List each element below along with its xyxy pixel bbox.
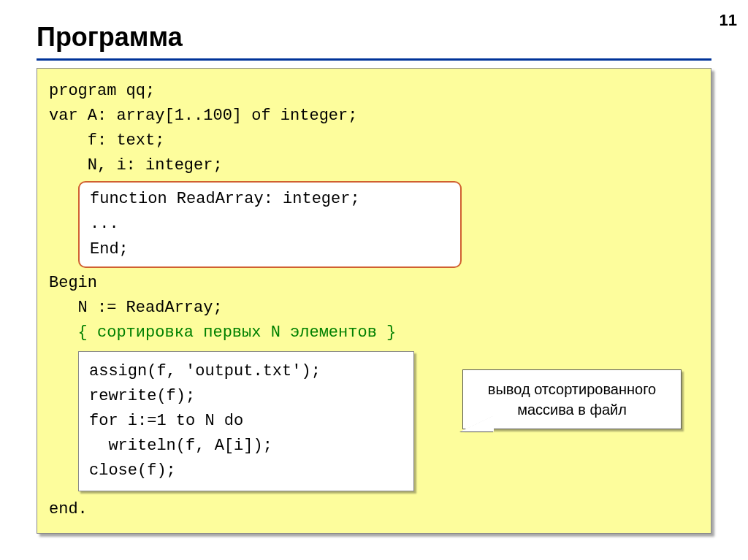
code-line: writeln(f, A[i]); bbox=[89, 434, 403, 459]
code-line: function ReadArray: integer; bbox=[90, 187, 450, 212]
output-code-box: assign(f, 'output.txt'); rewrite(f); for… bbox=[78, 351, 414, 491]
code-line: assign(f, 'output.txt'); bbox=[89, 359, 403, 384]
code-line: for i:=1 to N do bbox=[89, 409, 403, 434]
code-line: N, i: integer; bbox=[49, 153, 699, 178]
code-line: f: text; bbox=[49, 129, 699, 153]
code-line: Begin bbox=[49, 271, 699, 296]
code-line: program qq; bbox=[49, 79, 699, 104]
main-code-box: program qq; var A: array[1..100] of inte… bbox=[37, 68, 711, 534]
function-box: function ReadArray: integer; ... End; bbox=[78, 181, 462, 267]
code-comment: { сортировка первых N элементов } bbox=[49, 321, 699, 345]
code-line: close(f); bbox=[89, 459, 403, 483]
code-line: N := ReadArray; bbox=[49, 296, 699, 321]
code-line: rewrite(f); bbox=[89, 384, 403, 409]
code-line: ... bbox=[90, 212, 450, 237]
code-line: var A: array[1..100] of integer; bbox=[49, 104, 699, 129]
code-line: end. bbox=[49, 497, 699, 522]
callout-text: вывод отсортированного массива в файл bbox=[488, 381, 656, 418]
slide-title: Программа bbox=[37, 22, 711, 53]
callout-pointer-icon bbox=[460, 415, 494, 431]
title-underline bbox=[37, 58, 711, 61]
code-line: End; bbox=[90, 237, 450, 262]
callout-box: вывод отсортированного массива в файл bbox=[462, 369, 682, 429]
page-number: 11 bbox=[720, 11, 737, 30]
